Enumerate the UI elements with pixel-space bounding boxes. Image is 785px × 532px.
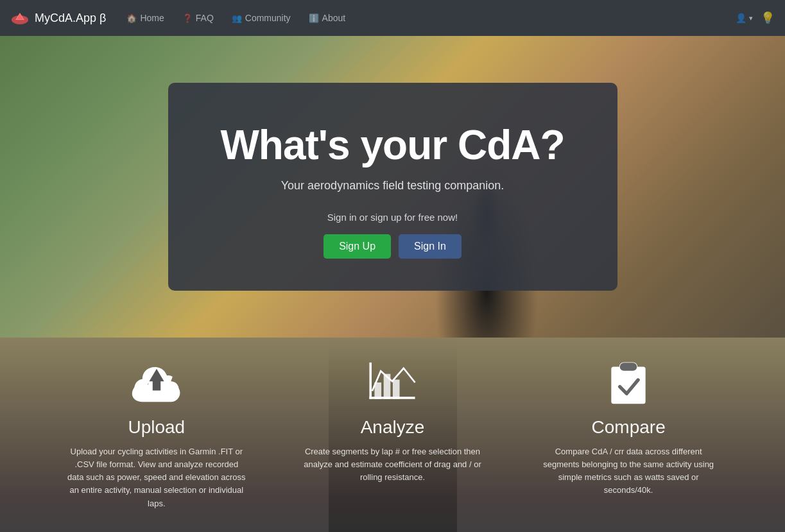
feature-compare: Compare Compare CdA / crr data across di… xyxy=(539,357,718,497)
hero-cta-text: Sign in or sign up for free now! xyxy=(220,212,566,223)
user-icon: 👤 xyxy=(736,13,746,23)
chevron-down-icon: ▾ xyxy=(749,14,753,22)
signup-button[interactable]: Sign Up xyxy=(323,234,391,259)
compare-icon xyxy=(603,357,654,408)
community-icon: 👥 xyxy=(232,13,242,23)
svg-rect-6 xyxy=(370,363,372,399)
bulb-icon[interactable]: 💡 xyxy=(761,11,775,25)
feature-compare-title: Compare xyxy=(539,417,718,438)
hero-buttons: Sign Up Sign In xyxy=(220,234,566,259)
navbar: MyCdA.App β 🏠 Home ❓ FAQ 👥 Community ℹ️ … xyxy=(0,0,785,36)
brand-logo[interactable]: MyCdA.App β xyxy=(10,11,106,25)
features-section: Upload Upload your cycling activities in… xyxy=(0,338,785,532)
feature-upload-desc: Upload your cycling activities in Garmin… xyxy=(67,445,246,510)
nav-menu: 🏠 Home ❓ FAQ 👥 Community ℹ️ About xyxy=(119,8,736,28)
feature-compare-desc: Compare CdA / crr data across different … xyxy=(539,445,718,497)
feature-upload: Upload Upload your cycling activities in… xyxy=(67,357,246,510)
svg-rect-10 xyxy=(611,367,645,404)
home-icon: 🏠 xyxy=(126,13,137,23)
analyze-icon xyxy=(367,357,418,408)
hero-subtitle: Your aerodynamics field testing companio… xyxy=(220,179,566,193)
feature-analyze: Analyze Create segments by lap # or free… xyxy=(302,357,482,484)
nav-item-community[interactable]: 👥 Community xyxy=(224,8,298,28)
signin-button[interactable]: Sign In xyxy=(399,234,462,259)
svg-rect-12 xyxy=(620,363,637,370)
feature-analyze-title: Analyze xyxy=(302,417,482,438)
nav-item-home[interactable]: 🏠 Home xyxy=(119,8,171,28)
feature-analyze-desc: Create segments by lap # or free selecti… xyxy=(302,445,482,484)
hero-card: What's your CdA? Your aerodynamics field… xyxy=(168,83,617,291)
faq-icon: ❓ xyxy=(182,13,193,23)
about-icon: ℹ️ xyxy=(309,13,319,23)
upload-icon xyxy=(131,357,182,408)
hero-section: What's your CdA? Your aerodynamics field… xyxy=(0,36,785,338)
user-menu[interactable]: 👤 ▾ xyxy=(736,13,753,23)
features-content: Upload Upload your cycling activities in… xyxy=(0,338,785,532)
brand-name: MyCdA.App β xyxy=(35,12,106,25)
navbar-right: 👤 ▾ 💡 xyxy=(736,11,775,25)
feature-upload-title: Upload xyxy=(67,417,246,438)
nav-item-faq[interactable]: ❓ FAQ xyxy=(175,8,221,28)
svg-rect-9 xyxy=(393,380,400,399)
nav-item-about[interactable]: ℹ️ About xyxy=(301,8,354,28)
hero-title: What's your CdA? xyxy=(220,121,566,169)
